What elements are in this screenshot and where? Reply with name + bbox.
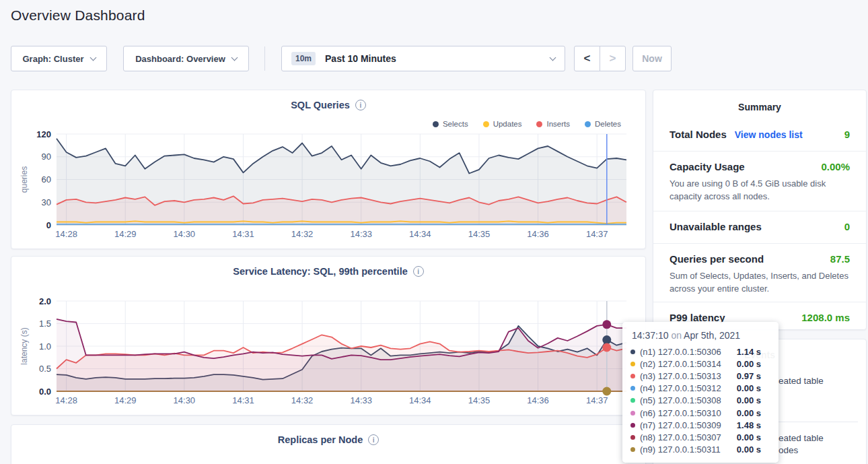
x-tick-label: 14:28 [55,395,77,405]
tooltip-node-value: 0.00 s [737,383,761,393]
x-tick-label: 14:29 [114,229,137,239]
page-title: Overview Dashboard [11,7,145,24]
total-nodes-row: Total Nodes View nodes list 9 [653,112,866,152]
time-step-arrows: < > [574,46,626,71]
tooltip-row: (n9) 127.0.0.1:503110.00 s [630,444,770,456]
x-tick-label: 14:32 [291,229,314,239]
node-color-dot-icon [630,374,635,378]
x-tick-label: 14:35 [468,395,491,405]
tooltip-node-value: 1.48 s [737,420,761,430]
y-tick-label: 90 [42,152,51,162]
graph-dropdown[interactable]: Graph: Cluster [11,46,107,71]
tooltip-node-value: 0.00 s [737,444,761,455]
x-tick-label: 14:37 [586,229,608,239]
summary-title: Summary [653,90,866,112]
y-axis-label: queries [20,166,29,193]
x-tick-label: 14:36 [527,229,549,239]
y-tick-label: 60 [42,174,51,185]
tooltip-node-address: (n7) 127.0.0.1:50309 [640,420,721,430]
dashboard-dropdown[interactable]: Dashboard: Overview [123,46,249,71]
tooltip-row: (n5) 127.0.0.1:503080.00 s [630,395,770,407]
capacity-usage-label: Capacity Usage [670,161,745,172]
y-tick-label: 1.0 [39,341,51,352]
x-tick-label: 14:36 [527,395,549,405]
event-row-text: eated table [779,433,824,443]
y-tick-label: 2.0 [39,296,51,306]
tooltip-time: 14:37:10 [632,330,669,341]
x-tick-label: 14:34 [409,229,431,239]
y-tick-label: 0.0 [39,387,51,397]
node-color-dot-icon [630,350,635,354]
y-tick-label: 0.5 [39,364,51,374]
capacity-usage-description: You are using 0 B of 4.5 GiB usable disk… [670,178,850,203]
y-tick-label: 1.5 [39,319,51,329]
tooltip-node-address: (n9) 127.0.0.1:50311 [640,444,721,455]
y-tick-label: 30 [42,197,51,207]
graph-dropdown-label: Graph: Cluster [22,54,83,64]
tooltip-row: (n6) 127.0.0.1:503100.00 s [630,407,770,419]
unavailable-ranges-row: Unavailable ranges 0 [653,211,866,244]
tooltip-on-word: on [671,330,682,341]
x-tick-label: 14:37 [586,395,608,405]
tooltip-node-value: 1.14 s [737,347,761,357]
tooltip-row: (n8) 127.0.0.1:503070.00 s [630,431,770,443]
x-tick-label: 14:30 [174,395,196,405]
total-nodes-value: 9 [844,129,850,140]
tooltip-node-address: (n3) 127.0.0.1:50313 [640,371,721,381]
node-color-dot-icon [630,423,635,428]
chevron-down-icon [89,54,96,61]
tooltip-node-value: 0.00 s [737,359,761,369]
tooltip-date: Apr 5th, 2021 [684,330,740,341]
chevron-down-icon [550,54,556,61]
x-tick-label: 14:32 [291,395,314,405]
replicas-title-row: Replicas per Node i [11,434,645,445]
chevron-right-icon: > [610,52,616,65]
tooltip-node-value: 0.97 s [737,371,761,381]
y-tick-label: 120 [36,129,51,139]
chart-title: Replicas per Node [278,434,363,445]
tooltip-node-address: (n5) 127.0.0.1:50308 [640,395,721,405]
node-color-dot-icon [630,447,635,452]
service-latency-card: Service Latency: SQL, 99th percentile i … [11,256,646,416]
x-tick-label: 14:30 [174,229,196,239]
view-nodes-list-link[interactable]: View nodes list [735,129,803,140]
service-latency-chart[interactable]: 14:2814:2914:3014:3114:3214:3314:3414:35… [11,257,647,416]
tooltip-row: (n7) 127.0.0.1:503091.48 s [630,419,770,431]
unavailable-ranges-label: Unavailable ranges [670,221,762,232]
dashboard-dropdown-label: Dashboard: Overview [135,54,225,64]
x-tick-label: 14:29 [114,395,137,405]
now-button[interactable]: Now [632,46,672,71]
divider [264,46,265,71]
total-nodes-label: Total Nodes [670,129,727,140]
time-range-label: Past 10 Minutes [325,53,396,64]
tooltip-row: (n3) 127.0.0.1:503130.97 s [630,370,770,382]
x-tick-label: 14:35 [468,229,491,239]
chart-hover-tooltip: 14:37:10 on Apr 5th, 2021 (n1) 127.0.0.1… [622,322,779,463]
tooltip-row: (n4) 127.0.0.1:503120.00 s [630,383,770,395]
time-next-button[interactable]: > [600,46,626,71]
tooltip-node-value: 0.00 s [737,432,761,442]
tooltip-node-address: (n1) 127.0.0.1:50306 [640,347,721,357]
y-axis-label: latency (s) [20,327,29,364]
x-tick-label: 14:33 [350,229,372,239]
tooltip-node-value: 0.00 s [737,408,761,418]
tooltip-row: (n1) 127.0.0.1:503061.14 s [630,345,770,358]
tooltip-node-address: (n2) 127.0.0.1:50314 [640,359,721,369]
replicas-per-node-card: Replicas per Node i [11,424,646,464]
unavailable-ranges-value: 0 [844,221,850,232]
queries-per-second-description: Sum of Selects, Updates, Inserts, and De… [670,270,850,295]
time-range-dropdown[interactable]: 10m Past 10 Minutes [281,46,565,71]
capacity-usage-row: Capacity Usage 0.00% You are using 0 B o… [653,152,866,211]
chevron-down-icon [231,54,238,61]
info-icon[interactable]: i [368,434,379,445]
p99-latency-value: 1208.0 ms [801,312,850,323]
y-tick-label: 0 [46,220,51,230]
queries-per-second-value: 87.5 [830,253,850,265]
sql-queries-chart[interactable]: 14:2814:2914:3014:3114:3214:3314:3414:35… [11,90,647,250]
x-tick-label: 14:33 [350,395,372,405]
x-tick-label: 14:31 [232,229,254,239]
x-tick-label: 14:28 [55,229,77,239]
time-prev-button[interactable]: < [574,46,600,71]
summary-panel: Summary Total Nodes View nodes list 9 Ca… [653,90,867,330]
dashboard-controls: Graph: Cluster Dashboard: Overview 10m P… [11,46,672,71]
